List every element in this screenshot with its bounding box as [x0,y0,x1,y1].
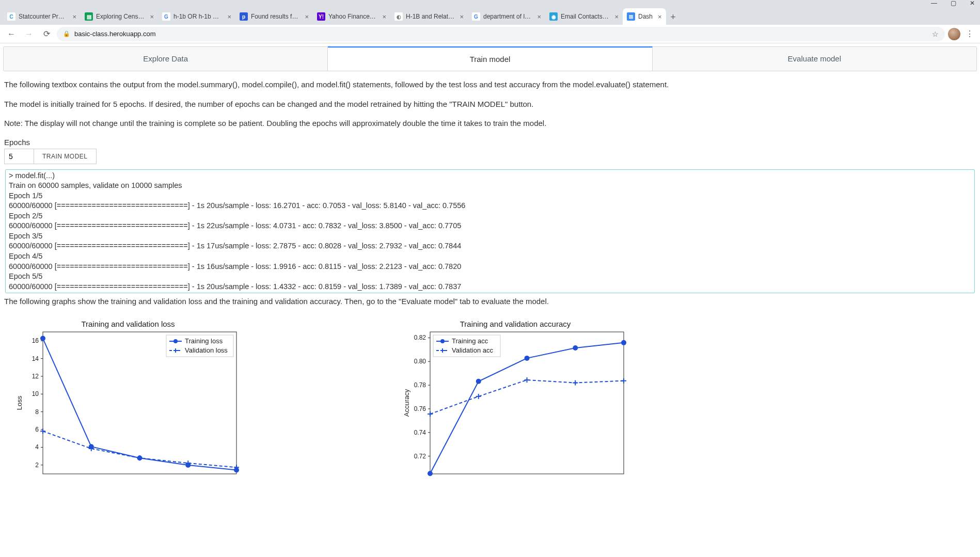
accuracy-chart-title: Training and validation accuracy [402,320,629,328]
intro-paragraph-2: The model is initially trained for 5 epo… [4,99,976,109]
svg-text:0.74: 0.74 [414,429,426,436]
browser-tab[interactable]: CStatcounter Projects× [3,8,81,25]
tab-favicon-icon: ⊞ [627,12,635,21]
loss-chart: Training and validation loss 24681012141… [14,320,242,484]
dash-tab[interactable]: Explore Data [4,47,328,71]
browser-tab[interactable]: Gh-1b OR h-1b OR "ste× [158,8,235,25]
tab-title: Found results for (732 [251,13,299,20]
browser-tab[interactable]: pFound results for (732× [235,8,313,25]
browser-tabstrip: CStatcounter Projects×▤Exploring Census … [0,6,980,25]
dash-tabs: Explore DataTrain modelEvaluate model [3,46,977,71]
tab-title: Email Contacts by Top [561,13,609,20]
svg-point-72 [440,339,445,343]
train-model-button[interactable]: TRAIN MODEL [34,149,97,164]
tab-close-icon[interactable]: × [305,13,309,21]
tab-favicon-icon: G [162,12,170,21]
browser-tab[interactable]: ▤Exploring Census Data× [81,8,158,25]
back-button[interactable]: ← [4,29,19,39]
svg-text:10: 10 [32,390,39,397]
lock-icon: 🔒 [63,30,70,37]
minimize-icon[interactable]: — [931,0,937,7]
browser-tab[interactable]: Y!Yahoo Finance - Busine× [313,8,390,25]
tab-favicon-icon: Y! [317,12,325,21]
forward-button[interactable]: → [22,29,36,39]
tab-title: H-1B and Related Data [406,13,454,20]
tab-favicon-icon: G [472,12,480,21]
tab-title: department of labor d [483,13,532,20]
browser-tab[interactable]: ◉Email Contacts by Top× [545,8,623,25]
svg-point-55 [428,471,433,476]
tab-favicon-icon: ◐ [394,12,403,21]
tab-close-icon[interactable]: × [150,13,154,21]
svg-text:Training loss: Training loss [185,337,223,345]
svg-text:Validation loss: Validation loss [185,346,228,354]
svg-text:4: 4 [35,443,39,451]
close-window-icon[interactable]: ✕ [970,0,975,7]
loss-chart-title: Training and validation loss [14,320,242,328]
svg-text:Validation acc: Validation acc [452,346,493,354]
tab-favicon-icon: ◉ [549,12,558,21]
browser-tab[interactable]: ⊞Dash× [623,8,666,25]
tab-favicon-icon: p [240,12,248,21]
kebab-menu-icon[interactable]: ⋮ [963,29,976,39]
reload-button[interactable]: ⟳ [39,29,54,39]
svg-text:8: 8 [35,408,39,416]
tab-close-icon[interactable]: × [382,13,386,21]
browser-tab[interactable]: ◐H-1B and Related Data× [390,8,468,25]
epochs-label: Epochs [4,138,976,147]
epochs-input[interactable] [4,149,34,164]
svg-text:14: 14 [32,355,39,362]
tab-title: Statcounter Projects [19,13,67,20]
tab-title: Exploring Census Data [96,13,145,20]
svg-text:16: 16 [32,337,39,344]
page-viewport[interactable]: Explore DataTrain modelEvaluate model Th… [0,43,980,557]
browser-toolbar: ← → ⟳ 🔒 basic-class.herokuapp.com ☆ ⋮ [0,25,980,43]
svg-point-57 [525,356,530,361]
tab-close-icon[interactable]: × [227,13,231,21]
svg-point-18 [40,336,45,341]
window-controls: — ▢ ✕ [0,0,980,6]
svg-text:12: 12 [32,373,39,380]
svg-text:0.72: 0.72 [414,453,426,460]
tab-favicon-icon: C [7,12,15,21]
svg-point-56 [476,379,481,384]
browser-tab[interactable]: Gdepartment of labor d× [468,8,545,25]
bookmark-star-icon[interactable]: ☆ [932,30,939,38]
training-output-textarea[interactable]: > model.fit(...) Train on 60000 samples,… [5,169,975,293]
svg-text:6: 6 [35,426,39,433]
svg-text:0.76: 0.76 [414,405,426,412]
post-output-paragraph: The following graphs show the training a… [4,296,976,307]
tab-close-icon[interactable]: × [72,13,76,21]
svg-text:0.80: 0.80 [414,358,426,365]
tab-close-icon[interactable]: × [614,13,619,21]
svg-text:Accuracy: Accuracy [403,389,410,417]
dash-tab[interactable]: Evaluate model [653,47,976,71]
tab-close-icon[interactable]: × [658,13,662,21]
address-bar[interactable]: 🔒 basic-class.herokuapp.com ☆ [57,27,945,41]
svg-text:Loss: Loss [15,395,23,410]
svg-text:2: 2 [35,461,39,469]
svg-text:0.82: 0.82 [414,334,426,341]
dash-tab[interactable]: Train model [328,46,652,71]
svg-point-59 [621,340,626,345]
url-text: basic-class.herokuapp.com [74,30,156,38]
svg-point-35 [173,339,178,343]
svg-text:Training acc: Training acc [452,337,488,345]
tab-title: Yahoo Finance - Busine [328,13,377,20]
tab-close-icon[interactable]: × [537,13,541,21]
tab-title: Dash [638,13,653,20]
new-tab-button[interactable]: + [666,12,681,25]
maximize-icon[interactable]: ▢ [951,0,956,7]
profile-avatar[interactable] [948,28,960,40]
svg-text:0.78: 0.78 [414,381,426,389]
svg-point-58 [573,345,578,351]
tab-favicon-icon: ▤ [85,12,93,21]
tab-close-icon[interactable]: × [460,13,464,21]
intro-paragraph-1: The following textbox contains the outpu… [4,79,976,90]
tab-title: h-1b OR h-1b OR "ste [173,13,222,20]
accuracy-chart: Training and validation accuracy 0.720.7… [402,320,629,484]
intro-paragraph-3: Note: The display will not change until … [4,118,976,129]
